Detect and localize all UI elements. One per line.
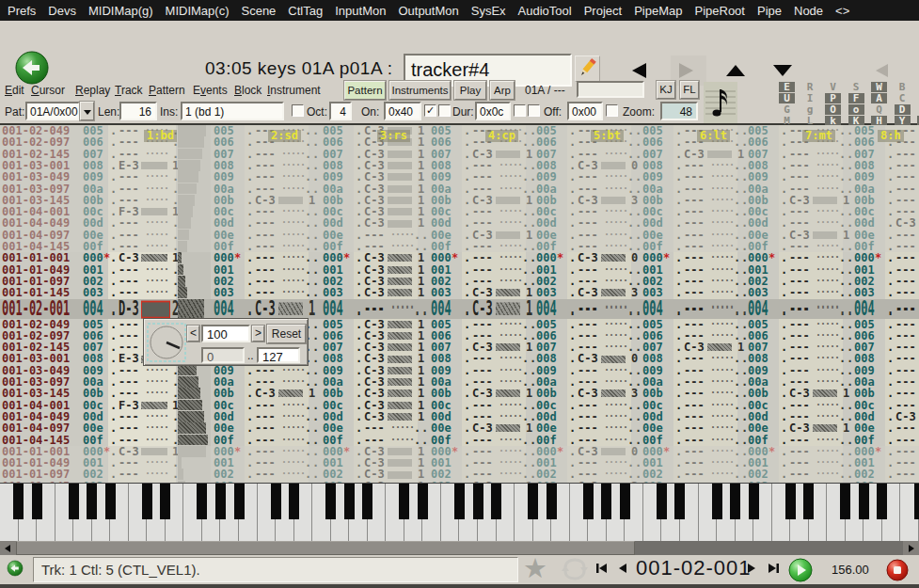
tracker-menu-block[interactable]: Block: [234, 84, 261, 97]
menu-item-midimapc[interactable]: MIDIMap(c): [166, 4, 230, 18]
record-button[interactable]: [886, 559, 909, 581]
tracker-menu-cursor[interactable]: Cursor: [31, 84, 65, 97]
min-field[interactable]: 0: [201, 347, 245, 363]
velocity-popup[interactable]: < 100 > Reset 0 .. 127: [143, 318, 309, 366]
piano-black-key[interactable]: [840, 484, 850, 519]
piano-black-key[interactable]: [142, 484, 152, 519]
menu-item-[interactable]: <>: [835, 4, 849, 18]
piano-black-key[interactable]: [344, 484, 355, 519]
tracker-row[interactable]: 001-01-001000*.C-31000*.---·····..000*.C…: [0, 252, 919, 263]
play-transport-button[interactable]: [788, 558, 813, 582]
track-header-2-sd[interactable]: 2:sd: [268, 130, 301, 142]
tracker-row[interactable]: 001-02-001004.D-32004.C-31004.---·····..…: [0, 299, 919, 319]
back-mini-button[interactable]: [7, 560, 24, 577]
piano-black-key[interactable]: [620, 484, 630, 519]
piano-black-key[interactable]: [105, 484, 116, 519]
piano-black-key[interactable]: [877, 484, 887, 519]
track-header-7-mt[interactable]: 7:mt: [802, 130, 835, 142]
piano-black-key[interactable]: [271, 484, 281, 519]
piano-black-key[interactable]: [160, 484, 170, 519]
fl-button[interactable]: FL: [680, 81, 699, 99]
piano-black-key[interactable]: [289, 484, 299, 519]
zoom-field[interactable]: 48: [660, 102, 698, 120]
piano-black-key[interactable]: [859, 484, 869, 519]
piano-black-key[interactable]: [325, 484, 336, 519]
next-icon[interactable]: [746, 562, 757, 575]
tracker-row[interactable]: 001-03-14500b.---·····.00b.C-3100b.C-310…: [0, 388, 919, 399]
up-arrow-icon[interactable]: [726, 65, 745, 76]
max-field[interactable]: 127: [257, 347, 300, 363]
tracker-menu-track[interactable]: Track: [115, 84, 143, 97]
position-field[interactable]: [577, 81, 644, 98]
tracker-menu-edit[interactable]: Edit: [5, 84, 24, 97]
menu-item-piperoot[interactable]: PipeRoot: [694, 4, 744, 18]
piano-black-key[interactable]: [785, 484, 796, 519]
menu-item-sysex[interactable]: SysEx: [471, 4, 506, 18]
off-checkbox[interactable]: [606, 104, 618, 117]
piano-black-key[interactable]: [234, 484, 245, 519]
track-header-1-bd[interactable]: 1:bd: [144, 130, 177, 142]
tracker-menu-events[interactable]: Events: [193, 84, 228, 97]
pattern-toggle-button[interactable]: Pattern: [344, 81, 386, 100]
star-icon[interactable]: ★: [523, 552, 547, 584]
pat-combo-arrow[interactable]: [80, 102, 94, 120]
track-header-5-bt[interactable]: 5:bt: [591, 130, 624, 142]
track-header-4-cp[interactable]: 4:cp: [485, 130, 518, 142]
piano-black-key[interactable]: [601, 484, 611, 519]
menu-item-pipemap[interactable]: PipeMap: [634, 4, 682, 18]
menu-item-project[interactable]: Project: [584, 4, 622, 18]
play-button[interactable]: Play: [454, 81, 486, 100]
piano-black-key[interactable]: [491, 484, 501, 519]
piano-black-key[interactable]: [657, 484, 667, 519]
instruments-button[interactable]: Instruments: [389, 81, 451, 100]
piano-black-key[interactable]: [547, 484, 557, 519]
rename-button[interactable]: [575, 56, 600, 82]
track-header-8-h[interactable]: 8:h: [878, 130, 904, 142]
value-field[interactable]: 100: [201, 325, 250, 342]
piano-black-key[interactable]: [87, 484, 97, 519]
increment-button[interactable]: >: [252, 326, 264, 342]
skip-start-icon[interactable]: [595, 562, 609, 575]
piano-black-key[interactable]: [32, 484, 42, 519]
dur-checkbox-2[interactable]: [528, 104, 540, 117]
track-header-3-rs[interactable]: 3:rs: [377, 130, 410, 142]
piano-black-key[interactable]: [399, 484, 409, 519]
len-field[interactable]: 16: [119, 102, 157, 120]
menu-item-midimapg[interactable]: MIDIMap(g): [88, 4, 153, 18]
on-field[interactable]: 0x40: [384, 102, 421, 120]
piano-black-key[interactable]: [197, 484, 207, 519]
piano-black-key[interactable]: [528, 484, 538, 519]
piano-black-key[interactable]: [418, 484, 428, 519]
decrement-button[interactable]: <: [187, 326, 199, 342]
tracker-menu-replay[interactable]: Replay: [75, 84, 110, 97]
tracker-row[interactable]: 001-04-09700e.---·····.00e.---·····..00e…: [0, 422, 919, 434]
menu-item-pipe[interactable]: Pipe: [757, 4, 782, 18]
piano-black-key[interactable]: [914, 484, 919, 519]
knob-control[interactable]: [147, 323, 186, 362]
piano-black-key[interactable]: [362, 484, 372, 519]
menu-item-ctltag[interactable]: CtlTag: [288, 4, 323, 18]
prev-icon[interactable]: [617, 562, 628, 575]
oct-field[interactable]: 4: [329, 102, 352, 120]
loop-icon[interactable]: [560, 558, 590, 580]
tracker-menu-pattern[interactable]: Pattern: [149, 84, 185, 97]
piano-black-key[interactable]: [730, 484, 740, 519]
scroll-left-button[interactable]: [0, 541, 16, 555]
on-checkbox-2[interactable]: [438, 104, 451, 117]
down-arrow-icon[interactable]: [773, 65, 792, 76]
piano-black-key[interactable]: [215, 484, 226, 519]
dur-field[interactable]: 0x0c: [475, 102, 511, 120]
prev-arrow-icon[interactable]: [632, 63, 646, 78]
piano-black-key[interactable]: [454, 484, 465, 519]
on-checkbox-1[interactable]: ✓: [424, 104, 436, 117]
ins-field[interactable]: 1 (bd 1): [181, 102, 284, 120]
piano-black-key[interactable]: [712, 484, 722, 519]
dur-checkbox-1[interactable]: [514, 104, 526, 117]
menu-item-inputmon[interactable]: InputMon: [335, 4, 386, 18]
piano-black-key[interactable]: [583, 484, 594, 519]
arp-button[interactable]: Arp: [490, 81, 515, 100]
piano-black-key[interactable]: [13, 484, 24, 519]
piano-black-key[interactable]: [803, 484, 814, 519]
piano-black-key[interactable]: [674, 484, 685, 519]
piano-black-key[interactable]: [749, 484, 759, 519]
